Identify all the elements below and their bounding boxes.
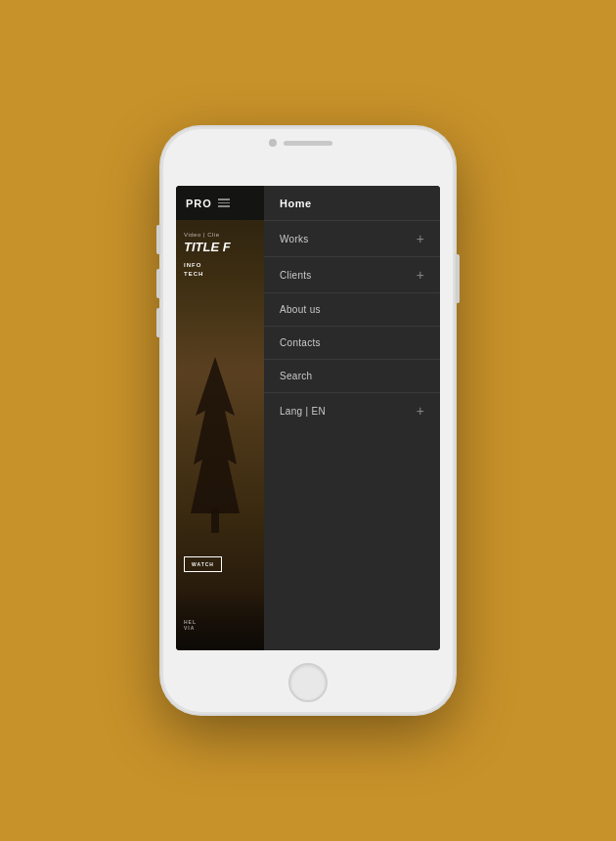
nav-item-search[interactable]: Search bbox=[264, 359, 440, 392]
nav-label-contacts: Contacts bbox=[280, 337, 321, 348]
info-tag: INFO bbox=[184, 262, 256, 268]
home-button[interactable] bbox=[288, 663, 328, 702]
subtitle: Video | Clie bbox=[184, 232, 256, 238]
camera bbox=[269, 139, 277, 147]
bottom-line-2: VIA bbox=[184, 625, 197, 631]
nav-label-search: Search bbox=[280, 371, 313, 381]
page-title: TITLE F bbox=[184, 241, 256, 254]
nav-item-works[interactable]: Works + bbox=[264, 220, 440, 256]
nav-active-item: Home bbox=[280, 198, 312, 209]
nav-items-list: Works + Clients + About us Contacts bbox=[264, 220, 440, 428]
nav-plus-works: + bbox=[417, 232, 424, 245]
nav-label-lang: Lang | EN bbox=[280, 406, 326, 417]
watch-button[interactable]: WATCH bbox=[184, 556, 222, 572]
nav-item-about[interactable]: About us bbox=[264, 292, 440, 326]
bottom-text: HEL VIA bbox=[184, 619, 197, 631]
phone-shell: PRO Video | Clie TITLE F INFO TECH WATCH… bbox=[161, 127, 455, 714]
screen: PRO Video | Clie TITLE F INFO TECH WATCH… bbox=[176, 186, 440, 650]
left-panel: PRO Video | Clie TITLE F INFO TECH WATCH… bbox=[176, 186, 264, 650]
nav-plus-lang: + bbox=[417, 404, 424, 418]
nav-item-clients[interactable]: Clients + bbox=[264, 256, 440, 292]
nav-label-about: About us bbox=[280, 304, 321, 315]
nav-item-contacts[interactable]: Contacts bbox=[264, 326, 440, 359]
nav-plus-clients: + bbox=[417, 268, 424, 282]
speaker bbox=[284, 141, 332, 146]
nav-panel: Home Works + Clients + About us bbox=[264, 186, 440, 650]
tech-tag: TECH bbox=[184, 271, 256, 277]
nav-header: Home bbox=[264, 186, 440, 220]
hamburger-icon[interactable] bbox=[218, 199, 230, 207]
nav-item-lang[interactable]: Lang | EN + bbox=[264, 392, 440, 428]
content-area: Video | Clie TITLE F INFO TECH WATCH HEL… bbox=[176, 220, 264, 650]
top-bar: PRO bbox=[176, 186, 264, 220]
nav-label-works: Works bbox=[280, 234, 309, 244]
logo: PRO bbox=[186, 198, 212, 209]
nav-label-clients: Clients bbox=[280, 270, 312, 281]
